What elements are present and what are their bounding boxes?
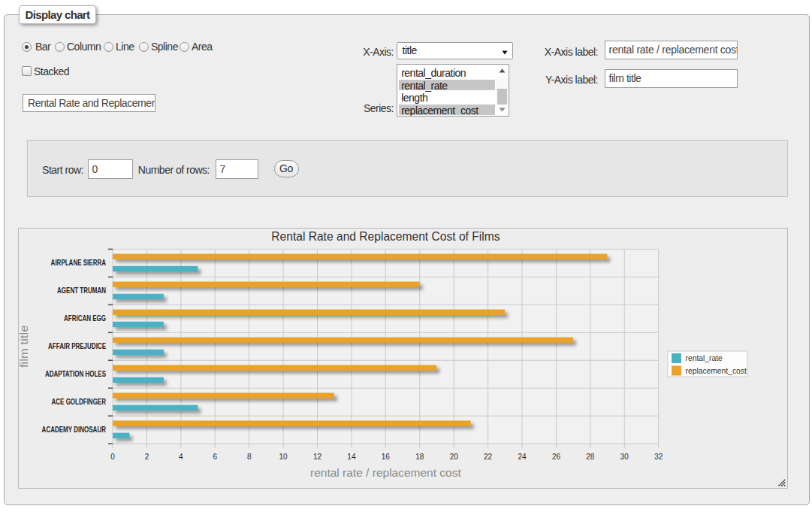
svg-text:0: 0 (110, 453, 115, 461)
svg-text:rental_rate: rental_rate (686, 354, 723, 362)
svg-text:10: 10 (279, 453, 288, 461)
svg-text:6: 6 (213, 453, 217, 461)
svg-text:20: 20 (450, 453, 459, 461)
svg-text:AIRPLANE SIERRA: AIRPLANE SIERRA (51, 259, 107, 267)
svg-text:30: 30 (620, 453, 629, 461)
svg-text:16: 16 (382, 453, 391, 461)
svg-text:24: 24 (518, 453, 527, 461)
svg-text:Rental Rate and Replacement Co: Rental Rate and Replacement Cost of Film… (271, 230, 500, 243)
svg-text:film title: film title (18, 326, 30, 368)
svg-text:28: 28 (586, 453, 595, 461)
svg-text:4: 4 (179, 453, 183, 461)
svg-text:18: 18 (415, 453, 424, 461)
svg-text:ADAPTATION HOLES: ADAPTATION HOLES (45, 370, 106, 378)
svg-text:replacement_cost: replacement_cost (686, 367, 747, 375)
svg-text:ACADEMY DINOSAUR: ACADEMY DINOSAUR (42, 426, 107, 434)
svg-text:32: 32 (654, 453, 663, 461)
svg-text:AFFAIR PREJUDICE: AFFAIR PREJUDICE (48, 342, 106, 350)
svg-text:AFRICAN EGG: AFRICAN EGG (64, 314, 106, 323)
svg-text:22: 22 (484, 453, 493, 461)
svg-text:2: 2 (145, 453, 149, 461)
svg-text:14: 14 (347, 453, 356, 461)
svg-text:ACE GOLDFINGER: ACE GOLDFINGER (52, 398, 107, 406)
svg-text:AGENT TRUMAN: AGENT TRUMAN (57, 286, 106, 295)
svg-text:12: 12 (313, 453, 322, 461)
svg-text:8: 8 (247, 453, 252, 461)
svg-text:26: 26 (552, 453, 561, 461)
svg-text:rental rate / replacement cost: rental rate / replacement cost (310, 466, 461, 479)
